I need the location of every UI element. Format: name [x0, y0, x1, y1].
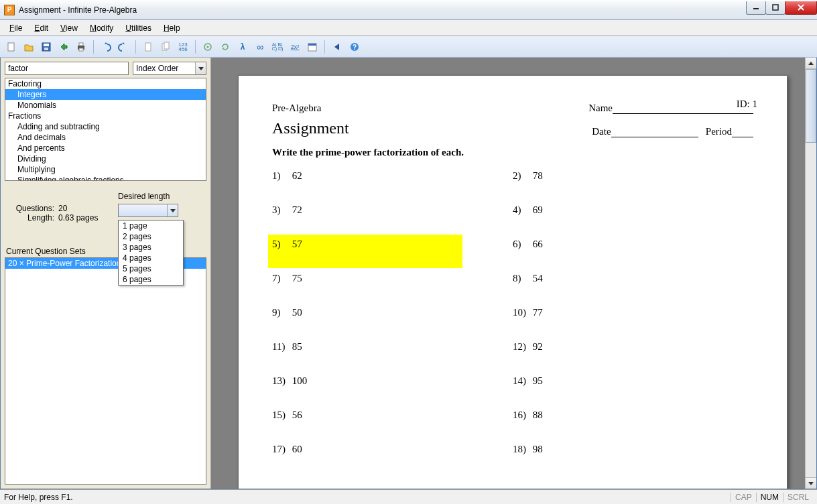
period-label: Period — [706, 126, 732, 137]
back-icon[interactable] — [330, 40, 344, 54]
topic-item[interactable]: Simplifying algebraic fractions — [5, 175, 206, 181]
lambda-icon[interactable]: λ — [235, 40, 250, 54]
name-blank — [613, 105, 753, 114]
length-option[interactable]: 6 pages — [119, 274, 183, 285]
questions-value: 20 — [58, 204, 67, 213]
topic-item[interactable]: Adding and subtracting — [5, 121, 206, 132]
question[interactable]: 6) 66 — [513, 239, 753, 250]
status-cap: CAP — [731, 493, 756, 502]
menu-modify[interactable]: Modify — [84, 21, 119, 35]
desired-length-combo[interactable] — [118, 204, 178, 217]
pages-icon[interactable] — [158, 40, 173, 54]
chevron-down-icon — [195, 62, 206, 74]
question[interactable]: 8) 54 — [513, 273, 753, 284]
search-input[interactable] — [5, 62, 129, 75]
desired-length-label: Desired length — [118, 192, 178, 201]
topic-item[interactable]: And decimals — [5, 132, 206, 143]
topic-item[interactable]: Integers — [5, 89, 206, 100]
question[interactable]: 10) 77 — [513, 307, 753, 318]
length-option[interactable]: 1 page — [119, 220, 183, 231]
question[interactable]: 13) 100 — [272, 375, 513, 387]
svg-rect-6 — [44, 44, 49, 46]
topic-list[interactable]: FactoringIntegersMonomialsFractionsAddin… — [5, 78, 206, 181]
calendar-icon[interactable] — [305, 40, 320, 54]
topic-item[interactable]: Factoring — [5, 78, 206, 89]
assignment-title: Assignment — [272, 119, 349, 137]
menu-help[interactable]: Help — [158, 21, 186, 35]
menu-edit[interactable]: Edit — [29, 21, 54, 35]
topic-item[interactable]: Multiplying — [5, 164, 206, 175]
question[interactable]: 2) 78 — [513, 170, 753, 182]
app-icon: P — [4, 5, 15, 15]
window-title: Assignment - Infinite Pre-Algebra — [19, 5, 747, 15]
topic-item[interactable]: And percents — [5, 143, 206, 153]
help-icon[interactable]: ? — [347, 40, 362, 54]
menu-file[interactable]: File — [4, 21, 27, 35]
sort-combo[interactable]: Index Order — [133, 62, 206, 75]
question[interactable]: 16) 88 — [513, 410, 753, 421]
print-icon[interactable] — [74, 40, 88, 54]
desired-length-dropdown[interactable]: 1 page2 pages3 pages4 pages5 pages6 page… — [118, 220, 184, 286]
question[interactable]: 7) 75 — [272, 273, 513, 284]
redo-icon[interactable] — [116, 40, 131, 54]
save-icon[interactable] — [39, 40, 54, 54]
refresh-icon[interactable] — [218, 40, 233, 54]
question[interactable]: 11) 85 — [272, 341, 513, 353]
svg-rect-9 — [79, 43, 83, 46]
target-icon[interactable] — [200, 40, 215, 54]
document-preview: ID: 1 Pre-Algebra Name Assignment Date P… — [211, 58, 816, 489]
minimize-button[interactable] — [746, 1, 766, 15]
question[interactable]: 4) 69 — [513, 204, 753, 216]
question[interactable]: 3) 72 — [272, 204, 513, 216]
svg-rect-4 — [8, 43, 14, 51]
question[interactable]: 18) 98 — [513, 444, 753, 455]
topic-item[interactable]: Monomials — [5, 100, 206, 111]
question[interactable]: 12) 92 — [513, 341, 753, 353]
date-label: Date — [592, 126, 611, 137]
scroll-up-icon[interactable] — [806, 58, 816, 69]
length-option[interactable]: 3 pages — [119, 242, 183, 253]
page-icon[interactable] — [141, 40, 155, 54]
topic-item[interactable]: Fractions — [5, 111, 206, 121]
status-bar: For Help, press F1. CAP NUM SCRL — [0, 489, 817, 504]
length-option[interactable]: 2 pages — [119, 231, 183, 242]
numbers-icon[interactable]: 123456 — [176, 40, 190, 54]
undo-icon[interactable] — [99, 40, 113, 54]
menu-view[interactable]: View — [55, 21, 83, 35]
svg-rect-7 — [44, 48, 48, 50]
new-icon[interactable] — [4, 40, 19, 54]
question[interactable]: 9) 50 — [272, 307, 513, 318]
question[interactable]: 14) 95 — [513, 375, 753, 387]
scrollbar-thumb[interactable] — [806, 69, 816, 143]
highlight — [268, 235, 462, 268]
left-panel: Index Order FactoringIntegersMonomialsFr… — [1, 58, 211, 489]
chevron-down-icon — [167, 204, 178, 216]
question-set-list[interactable]: 20 × Prime-Power Factorization Wi — [5, 257, 206, 485]
length-option[interactable]: 4 pages — [119, 253, 183, 263]
topic-item[interactable]: Dividing — [5, 153, 206, 164]
question[interactable]: 17) 60 — [272, 444, 513, 455]
subject-label: Pre-Algebra — [272, 103, 321, 114]
question[interactable]: 15) 56 — [272, 410, 513, 421]
infinity-icon[interactable]: ∞ — [253, 40, 267, 54]
scroll-down-icon[interactable] — [806, 477, 816, 489]
svg-rect-1 — [773, 5, 778, 10]
close-button[interactable] — [785, 1, 817, 15]
title-bar: P Assignment - Infinite Pre-Algebra — [0, 0, 817, 20]
expr-icon[interactable]: 2x² — [288, 40, 302, 54]
question[interactable]: 5) 57 — [272, 239, 513, 250]
question[interactable]: 1) 62 — [272, 170, 513, 182]
export-icon[interactable] — [56, 40, 71, 54]
status-num: NUM — [756, 493, 783, 502]
svg-point-15 — [207, 46, 209, 48]
vertical-scrollbar[interactable] — [805, 58, 816, 489]
maximize-button[interactable] — [765, 1, 785, 15]
svg-rect-11 — [145, 43, 151, 51]
length-value: 0.63 pages — [58, 213, 98, 223]
choices-icon[interactable]: A) B)C) D) — [270, 40, 285, 54]
instructions: Write the prime-power factorization of e… — [272, 147, 753, 158]
page: ID: 1 Pre-Algebra Name Assignment Date P… — [238, 75, 788, 489]
open-icon[interactable] — [21, 40, 36, 54]
menu-utilities[interactable]: Utilities — [120, 21, 157, 35]
length-option[interactable]: 5 pages — [119, 263, 183, 274]
